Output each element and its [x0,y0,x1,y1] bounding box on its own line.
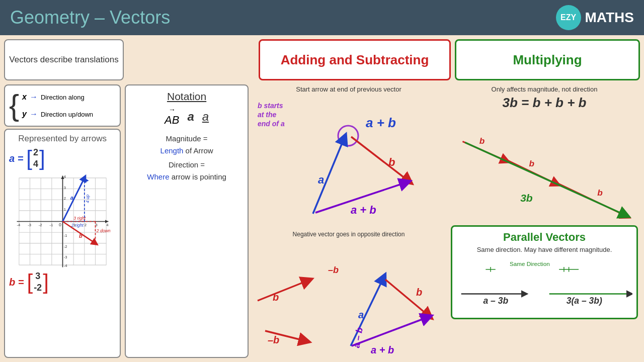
svg-text:-4: -4 [17,223,20,227]
svg-text:–b: –b [268,334,279,345]
svg-text:a: a [70,195,73,201]
svg-text:-4: -4 [63,263,67,268]
xy-description-box: { x → Direction along y → Direction up/d… [4,84,121,127]
svg-text:2 down: 2 down [96,228,110,233]
svg-text:3b: 3b [520,192,533,204]
adding-diagram-lower: b –b a b [253,235,445,356]
svg-text:2: 2 [63,196,65,201]
multiplying-desc: Only affects magnitude, not direction [449,85,640,93]
header: Geometry – Vectors EZY MATHS [0,0,644,35]
svg-text:-2: -2 [63,244,67,248]
notation-a-bold: a [187,110,194,124]
svg-text:2 right: 2 right [70,223,84,228]
svg-text:at the: at the [258,111,277,119]
svg-text:-2: -2 [38,223,42,227]
svg-text:Same Direction: Same Direction [510,260,550,267]
represented-title: Represented by arrows [18,134,107,144]
svg-text:3 right: 3 right [73,216,86,221]
svg-text:-3: -3 [63,255,67,259]
svg-text:a + b: a + b [366,115,396,130]
adding-content: Start arrow at end of previous vector b … [253,84,445,358]
vector-a-x: 2 [33,147,38,158]
multiplying-content: Only affects magnitude, not direction 3b… [449,84,640,358]
svg-text:b: b [273,292,279,303]
page-title: Geometry – Vectors [10,7,170,28]
adding-subtracting-box: Adding and Subtracting [259,39,451,80]
notation-a-underline: a [202,110,209,124]
svg-text:-1: -1 [63,233,67,238]
svg-line-59 [351,137,409,181]
svg-line-64 [258,281,308,301]
svg-text:a – b: a – b [351,327,365,349]
notation-ab: → AB [165,107,179,127]
svg-text:b: b [529,158,534,168]
svg-line-82 [465,142,625,215]
svg-point-56 [338,126,358,146]
svg-text:a + b: a + b [351,204,376,216]
svg-text:-1: -1 [49,223,53,227]
adding-diagram-upper: b starts at the end of a [253,93,445,234]
logo: EZY MATHS [556,5,634,30]
parallel-diagram: Same Direction a – 3b [456,256,632,312]
vector-a-y: 4 [33,158,38,170]
y-direction-row: y → Direction up/down [22,110,93,119]
svg-text:b: b [597,188,603,198]
svg-text:4: 4 [63,174,65,179]
svg-text:a + b: a + b [371,344,394,355]
svg-text:end of a: end of a [258,120,285,128]
svg-text:2: 2 [84,223,86,227]
notation-direction: Direction = Where arrow is pointing [147,159,226,183]
svg-text:–b: –b [328,265,339,275]
parallel-title: Parallel Vectors [456,231,632,244]
represented-by-arrows-box: Represented by arrows a = [ 2 4 ] [4,129,121,358]
svg-text:4 up: 4 up [85,194,90,203]
svg-text:4: 4 [106,223,108,227]
svg-text:b starts: b starts [258,102,283,110]
svg-text:b: b [388,156,395,168]
notation-title: Notation [167,90,206,103]
svg-text:b: b [79,233,83,239]
svg-text:a – 3b: a – 3b [483,296,508,306]
svg-text:b: b [416,287,422,298]
notation-box: Notation → AB a a Magnitude = Length of … [125,84,249,358]
adding-desc1: Start arrow at end of previous vector [253,85,445,93]
parallel-vectors-box: Parallel Vectors Same direction. May hav… [451,225,638,319]
svg-text:-3: -3 [28,223,31,227]
svg-text:b: b [479,136,485,146]
parallel-desc: Same direction. May have different magni… [456,246,632,253]
vector-a-label: a = [9,153,23,164]
svg-text:3(a – 3b): 3(a – 3b) [567,296,602,306]
svg-text:0: 0 [58,222,61,227]
logo-circle: EZY [556,5,581,30]
multiplying-diagram: b b b 3b [449,113,640,223]
svg-text:a: a [318,173,324,186]
coordinate-grid: 0 1 2 3 4 -1 -2 -3 -4 1 2 3 4 -1 -2 -3 - [14,172,112,270]
svg-text:3: 3 [63,185,65,190]
x-direction-row: x → Direction along [22,93,93,102]
multiplying-formula: 3b = b + b + b [449,95,640,111]
svg-text:a: a [358,309,364,320]
vector-b-label: b = [9,277,24,288]
multiplying-box: Multiplying [455,39,640,80]
svg-text:1: 1 [63,207,65,212]
notation-magnitude: Magnitude = Length of Arrow [160,133,213,157]
vector-b-y: -2 [34,282,42,294]
vector-b-x: 3 [35,270,40,282]
vectors-describe-box: Vectors describe translations [4,39,124,80]
svg-line-70 [385,280,429,316]
